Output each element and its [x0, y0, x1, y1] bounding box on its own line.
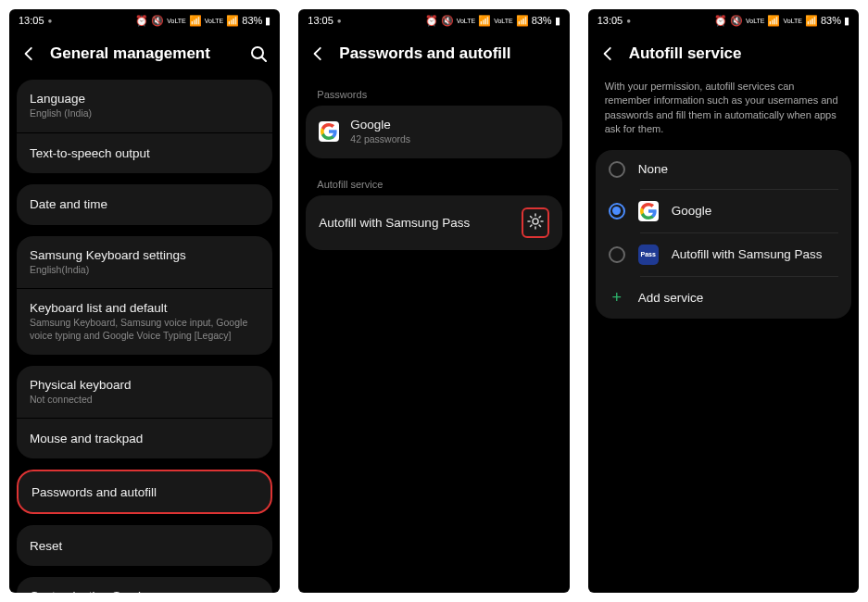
alarm-icon: ⏰	[135, 15, 148, 27]
battery-pct: 83%	[821, 15, 841, 26]
mute-icon: 🔇	[151, 15, 164, 27]
row-reset[interactable]: Reset	[17, 525, 272, 566]
signal-icon: 📶	[189, 15, 202, 27]
row-tts-title: Text-to-speech output	[30, 146, 259, 160]
add-service-label: Add service	[638, 291, 704, 305]
battery-pct: 83%	[532, 15, 552, 26]
row-keyboard-list-sub: Samsung Keyboard, Samsung voice input, G…	[30, 317, 259, 342]
status-time: 13:05	[598, 15, 623, 26]
radio-samsung-pass[interactable]: Pass Autofill with Samsung Pass	[596, 233, 851, 276]
page-title: Passwords and autofill	[339, 44, 556, 63]
row-datetime-title: Date and time	[30, 197, 259, 211]
row-samsungpass-title: Autofill with Samsung Pass	[319, 216, 509, 230]
status-bar: 13:05 ● ⏰ 🔇 VoLTE 📶 VoLTE 📶 83% ▮	[588, 9, 859, 31]
volte2-icon: VoLTE	[783, 18, 802, 24]
signal2-icon: 📶	[805, 15, 818, 27]
row-language-title: Language	[30, 92, 259, 106]
samsung-pass-icon: Pass	[638, 245, 659, 265]
status-bar: 13:05 ● ⏰ 🔇 VoLTE 📶 VoLTE 📶 83% ▮	[298, 9, 569, 31]
section-passwords-label: Passwords	[306, 80, 561, 106]
radio-samsungpass-label: Autofill with Samsung Pass	[672, 247, 823, 261]
page-title: Autofill service	[629, 44, 846, 63]
radio-none-label: None	[638, 162, 668, 176]
signal2-icon: 📶	[226, 15, 239, 27]
row-physkb-sub: Not connected	[30, 394, 259, 407]
row-keyboard-settings[interactable]: Samsung Keyboard settings English(India)	[17, 236, 272, 289]
row-language[interactable]: Language English (India)	[17, 80, 272, 132]
radio-icon	[609, 246, 625, 263]
volte-icon: VoLTE	[457, 18, 476, 24]
plus-icon: +	[609, 288, 625, 307]
radio-google-label: Google	[672, 204, 712, 218]
row-google-sub: 42 passwords	[350, 133, 548, 146]
add-service-row[interactable]: + Add service	[596, 277, 851, 319]
row-custom-title: Customisation Service	[30, 589, 259, 593]
gear-highlight	[522, 207, 549, 238]
back-icon[interactable]	[311, 46, 326, 61]
radio-google[interactable]: Google	[596, 190, 851, 232]
status-time: 13:05	[308, 15, 333, 26]
row-keyboard-sub: English(India)	[30, 264, 259, 277]
gear-icon[interactable]	[527, 213, 544, 230]
alarm-icon: ⏰	[714, 15, 727, 27]
signal-icon: 📶	[767, 15, 780, 27]
status-bar: 13:05 ● ⏰ 🔇 VoLTE 📶 VoLTE 📶 83% ▮	[9, 9, 280, 31]
google-icon	[319, 121, 339, 142]
screen-passwords-autofill: 13:05 ● ⏰ 🔇 VoLTE 📶 VoLTE 📶 83% ▮ Passwo…	[298, 9, 569, 593]
screen-autofill-service: 13:05 ● ⏰ 🔇 VoLTE 📶 VoLTE 📶 83% ▮ Autofi…	[588, 9, 859, 593]
row-passwords-autofill[interactable]: Passwords and autofill	[19, 471, 270, 512]
volte2-icon: VoLTE	[494, 18, 513, 24]
row-keyboard-list-title: Keyboard list and default	[30, 301, 259, 315]
row-physical-keyboard[interactable]: Physical keyboard Not connected	[17, 366, 272, 419]
row-language-sub: English (India)	[30, 107, 259, 120]
section-autofill-label: Autofill service	[306, 169, 561, 195]
header: Passwords and autofill	[298, 31, 569, 80]
row-mouse-trackpad[interactable]: Mouse and trackpad	[17, 418, 272, 458]
battery-icon: ▮	[844, 15, 849, 27]
row-google-title: Google	[350, 118, 548, 132]
header: Autofill service	[588, 31, 859, 80]
mute-icon: 🔇	[730, 15, 743, 27]
screen-general-management: 13:05 ● ⏰ 🔇 VoLTE 📶 VoLTE 📶 83% ▮ Genera…	[9, 9, 280, 593]
back-icon[interactable]	[601, 46, 616, 61]
status-dot-icon: ●	[48, 17, 53, 25]
row-google-passwords[interactable]: Google 42 passwords	[306, 106, 561, 158]
radio-none[interactable]: None	[596, 150, 851, 189]
signal-icon: 📶	[478, 15, 491, 27]
row-keyboard-list[interactable]: Keyboard list and default Samsung Keyboa…	[17, 288, 272, 354]
row-samsung-pass[interactable]: Autofill with Samsung Pass	[306, 195, 561, 250]
battery-icon: ▮	[555, 15, 560, 27]
row-tts[interactable]: Text-to-speech output	[17, 132, 272, 173]
volte-icon: VoLTE	[746, 18, 765, 24]
volte2-icon: VoLTE	[205, 18, 224, 24]
row-pwautofill-title: Passwords and autofill	[31, 485, 258, 499]
row-physkb-title: Physical keyboard	[30, 378, 259, 392]
row-keyboard-title: Samsung Keyboard settings	[30, 248, 259, 262]
google-icon	[638, 201, 659, 221]
radio-icon	[609, 161, 625, 178]
autofill-description: With your permission, autofill services …	[596, 80, 851, 150]
header: General management	[9, 31, 280, 80]
radio-icon	[609, 203, 625, 219]
back-icon[interactable]	[22, 46, 37, 61]
search-icon[interactable]	[250, 45, 267, 62]
row-mouse-title: Mouse and trackpad	[30, 432, 259, 445]
row-reset-title: Reset	[30, 539, 259, 553]
battery-icon: ▮	[265, 15, 270, 27]
status-time: 13:05	[19, 15, 44, 26]
status-dot-icon: ●	[337, 17, 342, 25]
status-dot-icon: ●	[626, 17, 631, 25]
signal2-icon: 📶	[516, 15, 529, 27]
battery-pct: 83%	[242, 15, 262, 26]
alarm-icon: ⏰	[425, 15, 438, 27]
row-datetime[interactable]: Date and time	[17, 184, 272, 225]
page-title: General management	[50, 44, 237, 63]
row-customisation-service[interactable]: Customisation Service Get personalised c…	[17, 577, 272, 593]
mute-icon: 🔇	[441, 15, 454, 27]
volte-icon: VoLTE	[167, 18, 186, 24]
